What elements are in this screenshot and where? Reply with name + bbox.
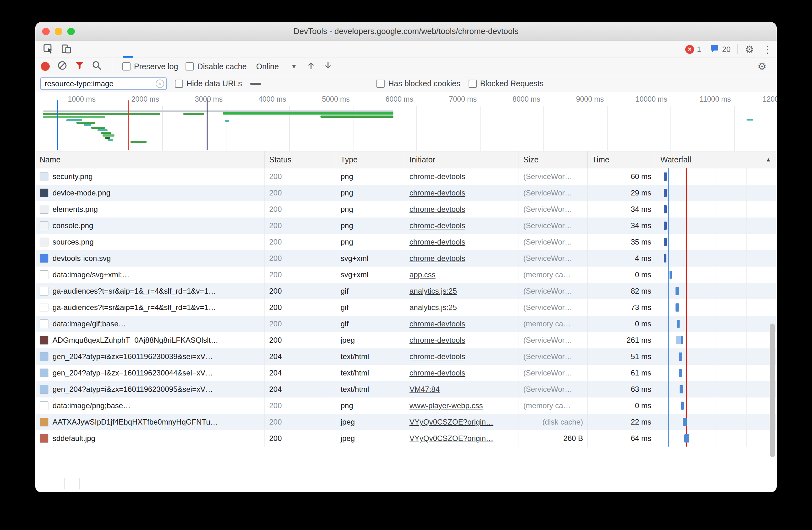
filter-pill-font[interactable] (323, 83, 325, 85)
request-row[interactable]: gen_204?atyp=i&zx=1601196230095&sei=xV… … (35, 381, 777, 398)
issues-counter[interactable]: 20 (706, 41, 735, 58)
request-row[interactable]: sources.png 200 png chrome-devtools (Ser… (35, 234, 777, 250)
request-row[interactable]: data:image/png;base… 200 png www-player-… (35, 398, 777, 414)
network-overview[interactable]: 1000 ms2000 ms3000 ms4000 ms5000 ms6000 … (35, 92, 777, 151)
request-row[interactable]: console.png 200 png chrome-devtools (Ser… (35, 218, 777, 234)
initiator-link[interactable]: chrome-devtools (409, 205, 465, 214)
preserve-log-checkbox[interactable]: Preserve log (122, 62, 178, 71)
tab-lighthouse[interactable] (213, 41, 232, 58)
initiator-link[interactable]: chrome-devtools (409, 336, 465, 345)
tab-application[interactable] (175, 41, 194, 58)
status-item (79, 478, 95, 488)
column-header-waterfall[interactable]: Waterfall ▲ (656, 151, 777, 168)
initiator-link[interactable]: app.css (409, 270, 436, 279)
request-time: 51 ms (588, 348, 656, 365)
throttling-value: Online (256, 62, 279, 71)
initiator-link[interactable]: www-player-webp.css (409, 401, 483, 410)
filter-pill-xhr[interactable] (270, 83, 272, 85)
clear-network-log-button[interactable] (57, 60, 67, 72)
request-row[interactable]: gen_204?atyp=i&zx=1601196230044&sei=xV… … (35, 365, 777, 381)
tab-memory[interactable] (156, 41, 175, 58)
export-har-button[interactable] (323, 61, 333, 72)
more-options-button[interactable]: ⋮ (758, 41, 777, 58)
overview-request-bar (76, 122, 95, 124)
column-header-size[interactable]: Size (519, 151, 588, 168)
filter-pill-doc[interactable] (334, 83, 336, 85)
filter-pill-js[interactable] (280, 83, 283, 85)
minimize-window-button[interactable] (55, 28, 62, 35)
initiator-link[interactable]: analytics.js:25 (409, 303, 457, 312)
request-row[interactable]: data:image/svg+xml;… 200 svg+xml app.css… (35, 267, 777, 283)
tab-security[interactable] (194, 41, 213, 58)
zoom-window-button[interactable] (67, 28, 75, 35)
initiator-link[interactable]: VM47:84 (409, 385, 440, 394)
column-header-time[interactable]: Time (588, 151, 656, 168)
initiator-link[interactable]: chrome-devtools (409, 238, 465, 247)
error-counter[interactable]: × 1 (681, 41, 706, 58)
has-blocked-cookies-checkbox[interactable]: Has blocked cookies (376, 79, 460, 88)
request-row[interactable]: data:image/gif;base… 200 gif chrome-devt… (35, 316, 777, 332)
search-button[interactable] (92, 60, 102, 72)
request-row[interactable]: ga-audiences?t=sr&aip=1&_r=4&slf_rd=1&v=… (35, 299, 777, 316)
filter-toggle-button[interactable] (75, 61, 84, 72)
filter-pill-img[interactable] (302, 83, 304, 85)
resource-thumbnail-icon (40, 319, 48, 328)
checkbox-unchecked[interactable] (122, 62, 131, 70)
column-header-status[interactable]: Status (265, 151, 336, 168)
checkbox-unchecked[interactable] (186, 62, 194, 70)
request-row[interactable]: sddefault.jpg 200 jpeg VYyQv0CSZOE?origi… (35, 430, 777, 447)
throttling-select[interactable]: Online ▼ (254, 62, 299, 71)
initiator-link[interactable]: chrome-devtools (409, 189, 465, 197)
hide-data-urls-checkbox[interactable]: Hide data URLs (175, 79, 242, 88)
request-row[interactable]: gen_204?atyp=i&zx=1601196230039&sei=xV… … (35, 348, 777, 365)
request-row[interactable]: security.png 200 png chrome-devtools (Se… (35, 168, 777, 185)
device-toolbar-button[interactable] (57, 41, 75, 58)
network-settings-button[interactable]: ⚙ (753, 61, 771, 71)
initiator-link[interactable]: chrome-devtools (409, 352, 465, 361)
initiator-link[interactable]: chrome-devtools (409, 319, 465, 328)
initiator-link[interactable]: chrome-devtools (409, 368, 465, 377)
close-window-button[interactable] (42, 28, 50, 35)
settings-button[interactable]: ⚙ (740, 41, 758, 58)
tab-network[interactable] (119, 41, 137, 58)
import-har-button[interactable] (306, 61, 316, 72)
checkbox-unchecked[interactable] (468, 80, 477, 88)
clear-filter-icon[interactable]: × (156, 79, 164, 88)
request-row[interactable]: device-mode.png 200 png chrome-devtools … (35, 185, 777, 201)
checkbox-unchecked[interactable] (175, 80, 183, 88)
tab-elements[interactable] (81, 41, 100, 58)
column-header-type[interactable]: Type (336, 151, 405, 168)
filter-pill-other[interactable] (366, 83, 368, 85)
initiator-link[interactable]: analytics.js:25 (409, 287, 457, 295)
request-row[interactable]: AATXAJywSIpD1jf4EbqHXTfbe0mnyHqGFNTu… 20… (35, 414, 777, 430)
request-row[interactable]: ADGmqu8qexLZuhphT_0Aj88Ng8riLFKASQlslt… … (35, 332, 777, 348)
initiator-link[interactable]: chrome-devtools (409, 221, 465, 230)
request-row[interactable]: devtools-icon.svg 200 svg+xml chrome-dev… (35, 250, 777, 267)
tab-performance[interactable] (137, 41, 156, 58)
filter-pill-css[interactable] (291, 83, 293, 85)
checkbox-unchecked[interactable] (376, 80, 385, 88)
filter-pill-media[interactable] (312, 83, 315, 85)
request-row[interactable]: elements.png 200 png chrome-devtools (Se… (35, 201, 777, 218)
request-row[interactable]: ga-audiences?t=sr&aip=1&_r=4&slf_rd=1&v=… (35, 283, 777, 299)
initiator-link[interactable]: chrome-devtools (409, 172, 465, 181)
overview-tick-label: 6000 ms (360, 95, 413, 103)
filter-pill-manifest[interactable] (355, 83, 358, 85)
column-header-initiator[interactable]: Initiator (405, 151, 519, 168)
filter-pill-ws[interactable] (344, 83, 347, 85)
column-header-name[interactable]: Name (35, 151, 265, 168)
inspect-element-button[interactable] (39, 41, 57, 58)
initiator-link[interactable]: VYyQv0CSZOE?origin… (409, 418, 493, 427)
filter-input[interactable] (40, 78, 167, 90)
window-titlebar[interactable]: DevTools - developers.google.com/web/too… (35, 22, 777, 41)
tab-console[interactable] (100, 41, 119, 58)
disable-cache-checkbox[interactable]: Disable cache (186, 62, 247, 71)
blocked-requests-checkbox[interactable]: Blocked Requests (468, 79, 544, 88)
device-toolbar-icon (61, 43, 72, 55)
filter-pill-all[interactable] (250, 83, 261, 85)
record-network-log-button[interactable] (41, 62, 50, 71)
vertical-scrollbar-thumb[interactable] (770, 323, 775, 457)
initiator-link[interactable]: VYyQv0CSZOE?origin… (409, 434, 493, 443)
request-status: 200 (265, 398, 336, 414)
initiator-link[interactable]: chrome-devtools (409, 254, 465, 263)
